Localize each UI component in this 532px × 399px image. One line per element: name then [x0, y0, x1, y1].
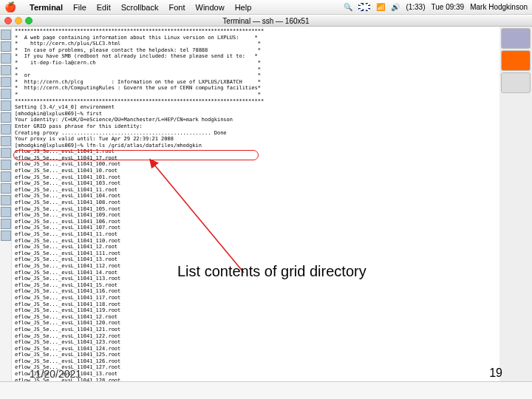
minimize-icon[interactable]	[15, 17, 22, 24]
battery-status[interactable]: (1:33)	[406, 3, 425, 11]
slide-number: 19	[489, 366, 502, 380]
menu-help[interactable]: Help	[235, 3, 252, 12]
dock-app-icon[interactable]	[1, 53, 11, 64]
zoom-icon[interactable]	[25, 17, 33, 24]
dock-app-icon[interactable]	[1, 160, 11, 170]
volume-icon[interactable]: 🔊	[391, 3, 400, 11]
spotlight-icon[interactable]: 🔍	[344, 3, 352, 11]
dock-app-icon[interactable]	[1, 41, 11, 52]
dock-app-icon[interactable]	[1, 219, 11, 229]
terminal-output[interactable]: ****************************************…	[12, 27, 499, 381]
desktop-thumb-icon[interactable]	[501, 72, 531, 93]
right-stack	[499, 27, 532, 93]
clock[interactable]: Tue 09:39	[432, 3, 465, 11]
dock-app-icon[interactable]	[1, 30, 11, 40]
dock-app-icon[interactable]	[1, 207, 11, 217]
dock-app-icon[interactable]	[1, 124, 11, 134]
bottom-dock	[0, 381, 532, 399]
menu-edit[interactable]: Edit	[97, 3, 111, 12]
dock-app-icon[interactable]	[1, 77, 11, 87]
user-menu[interactable]: Mark Hodgkinson	[470, 3, 528, 11]
close-icon[interactable]	[4, 17, 12, 24]
dock-app-icon[interactable]	[1, 65, 11, 75]
dock-app-icon[interactable]	[1, 89, 11, 99]
dock-app-icon[interactable]	[1, 195, 11, 205]
input-flag-icon[interactable]	[358, 3, 370, 11]
window-titlebar[interactable]: Terminal — ssh — 160x51	[0, 15, 532, 27]
dock-app-icon[interactable]	[1, 231, 11, 241]
dock-app-icon[interactable]	[1, 100, 11, 111]
app-name[interactable]: Terminal	[30, 3, 63, 12]
menu-scrollback[interactable]: Scrollback	[121, 3, 159, 12]
desktop-thumb-icon[interactable]	[501, 28, 531, 49]
dock-app-icon[interactable]	[1, 136, 11, 146]
dock-app-icon[interactable]	[1, 183, 11, 194]
firefox-thumb-icon[interactable]	[501, 50, 531, 71]
left-dock	[0, 27, 12, 381]
dock-app-icon[interactable]	[1, 171, 11, 182]
menu-font[interactable]: Font	[168, 3, 185, 12]
apple-menu-icon[interactable]: 🍎	[4, 1, 16, 13]
window-title-text: Terminal — ssh — 160x51	[222, 17, 309, 25]
dock-app-icon[interactable]	[1, 112, 11, 123]
slide-date: 11/20/2021	[30, 368, 81, 380]
wifi-icon[interactable]: 📶	[376, 3, 385, 11]
menu-file[interactable]: File	[73, 3, 86, 12]
annotation-text: List contents of grid directory	[177, 263, 366, 280]
dock-app-icon[interactable]	[1, 148, 11, 158]
window-controls	[4, 17, 33, 24]
system-menubar: 🍎 Terminal File Edit Scrollback Font Win…	[0, 0, 532, 15]
desktop-area: ****************************************…	[0, 27, 532, 399]
menu-window[interactable]: Window	[196, 3, 225, 12]
